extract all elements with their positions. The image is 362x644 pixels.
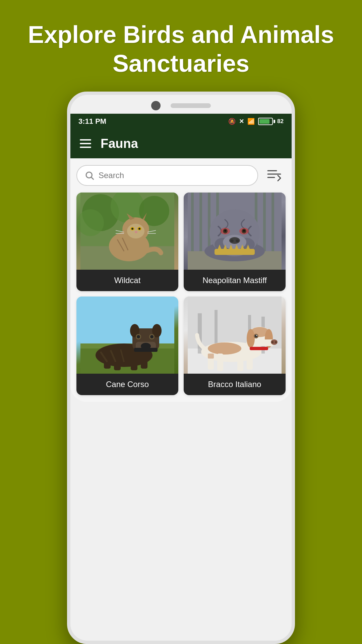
svg-point-47 (224, 230, 226, 232)
svg-rect-58 (80, 297, 174, 343)
svg-point-104 (256, 335, 257, 336)
svg-point-15 (127, 224, 144, 238)
search-icon (84, 170, 95, 180)
bracco-label: Bracco Italiano (184, 374, 286, 395)
status-icons: 🔕 ✕ 📶 82 (228, 118, 284, 125)
svg-rect-92 (208, 354, 214, 359)
mastiff-label: Neapolitan Mastiff (184, 270, 286, 291)
svg-point-44 (236, 239, 239, 242)
status-bar: 3:11 PM 🔕 ✕ 📶 82 (70, 114, 292, 129)
svg-point-17 (131, 228, 133, 230)
svg-point-96 (247, 329, 255, 348)
animal-card-bracco[interactable]: Bracco Italiano (184, 297, 286, 395)
signal-x-icon: ✕ (239, 118, 244, 125)
search-wrapper[interactable] (76, 165, 258, 186)
menu-button[interactable] (80, 139, 91, 148)
page-header: Explore Birds and Animals Sanctuaries (0, 0, 362, 92)
svg-rect-90 (237, 354, 243, 371)
phone-mockup: 3:11 PM 🔕 ✕ 📶 82 Fauna (67, 92, 295, 644)
svg-point-20 (135, 231, 137, 233)
wifi-icon: 📶 (247, 118, 255, 125)
svg-point-87 (208, 342, 241, 355)
battery-tip (274, 120, 275, 123)
svg-point-50 (243, 230, 245, 232)
svg-point-9 (77, 209, 104, 236)
battery-percent: 82 (277, 118, 284, 125)
app-title: Fauna (101, 137, 138, 151)
svg-line-1 (92, 177, 94, 179)
phone-notch (70, 95, 292, 114)
phone-camera (151, 101, 161, 110)
svg-rect-63 (114, 355, 121, 370)
svg-rect-30 (199, 193, 202, 253)
sort-icon (266, 168, 282, 183)
svg-rect-35 (272, 193, 274, 253)
phone-screen: 3:11 PM 🔕 ✕ 📶 82 Fauna (70, 114, 292, 402)
search-input[interactable] (99, 171, 250, 180)
battery-indicator: 82 (258, 118, 284, 125)
svg-rect-105 (250, 347, 268, 350)
sort-filter-button[interactable] (263, 165, 286, 185)
svg-point-0 (86, 172, 92, 178)
wildcat-image (76, 193, 178, 270)
battery-fill (259, 119, 269, 124)
svg-rect-34 (263, 193, 266, 253)
cane-corso-image (76, 297, 178, 374)
hamburger-line-1 (80, 139, 91, 141)
svg-point-19 (138, 228, 140, 230)
search-bar (76, 165, 286, 186)
app-header: Fauna (70, 129, 292, 158)
svg-point-100 (272, 341, 274, 343)
phone-speaker (171, 103, 211, 108)
svg-rect-51 (215, 249, 255, 255)
mastiff-image (184, 193, 286, 270)
mastiff-svg (184, 193, 286, 270)
svg-rect-89 (217, 354, 223, 371)
content-area: Wildcat (70, 158, 292, 402)
status-time: 3:11 PM (78, 117, 106, 126)
animals-grid: Wildcat (76, 193, 286, 395)
svg-rect-29 (191, 193, 194, 253)
svg-point-73 (137, 335, 140, 338)
cane-corso-label: Cane Corso (76, 374, 178, 395)
animal-card-wildcat[interactable]: Wildcat (76, 193, 178, 291)
animal-card-cane-corso[interactable]: Cane Corso (76, 297, 178, 395)
bracco-svg (184, 297, 286, 374)
svg-rect-31 (208, 193, 210, 253)
hamburger-line-3 (80, 147, 91, 148)
cane-corso-svg (76, 297, 178, 374)
svg-point-43 (230, 239, 234, 242)
battery-body (258, 118, 273, 125)
wildcat-svg (76, 193, 178, 270)
wildcat-label: Wildcat (76, 270, 178, 291)
svg-point-75 (150, 335, 154, 338)
hamburger-line-2 (80, 143, 91, 144)
svg-rect-76 (134, 348, 158, 352)
animal-card-mastiff[interactable]: Neapolitan Mastiff (184, 193, 286, 291)
page-title: Explore Birds and Animals Sanctuaries (27, 20, 335, 78)
svg-point-101 (275, 341, 277, 343)
bracco-image (184, 297, 286, 374)
mute-icon: 🔕 (228, 118, 236, 125)
